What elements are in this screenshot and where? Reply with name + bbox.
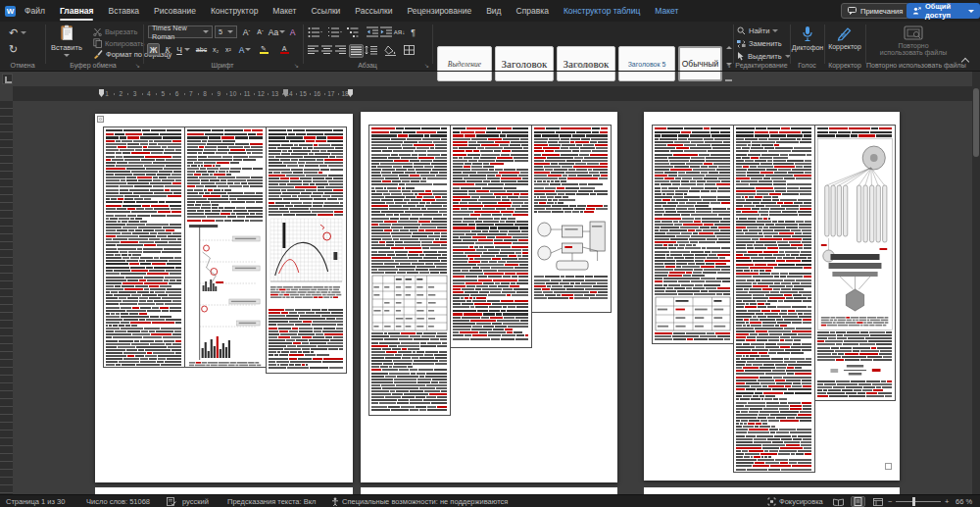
strikethrough-button[interactable]: abc [194,43,209,56]
sort-button[interactable]: АЯ↓ [392,25,407,38]
shrink-font-button[interactable]: Аˇ [254,25,267,38]
dictate-button[interactable]: Диктофон [792,25,823,51]
text-predictions[interactable]: Предсказания текста: Вкл [227,495,316,507]
indent-marker[interactable] [99,89,104,97]
reuse-files-button[interactable]: Повторно использовать файлы [872,25,955,56]
replace-button[interactable]: Заменить [737,39,782,48]
find-label: Найти [749,26,769,35]
font-dialog-launcher[interactable]: ↘ [294,62,299,69]
font-name-box[interactable]: Times New Roman [148,25,213,38]
bullets-button[interactable] [308,26,322,38]
table-move-handle[interactable] [97,116,104,123]
find-button[interactable]: Найти [737,26,778,35]
focus-mode[interactable]: Фокусировка [767,495,823,507]
borders-button[interactable] [404,45,416,56]
document-page-next-row-2[interactable] [361,487,617,494]
word-app-icon[interactable]: W [5,6,16,17]
superscript-button[interactable]: x² [222,43,234,56]
paragraph-dialog-launcher[interactable]: ↘ [424,62,429,69]
page-indicator[interactable]: Страница 1 из 30 [6,495,65,507]
select-button[interactable]: Выделить [737,52,791,61]
align-left-button[interactable] [308,45,318,55]
proofing-status[interactable] [167,495,176,507]
line-spacing-button[interactable] [365,45,377,55]
comments-button[interactable]: Примечания [841,3,909,19]
text-effects-button[interactable]: А [238,43,252,56]
highlight-color-button[interactable]: ✎ [255,43,272,56]
zoom-out-button[interactable]: − [888,495,892,507]
editor-button[interactable]: Корректор [826,25,863,50]
word-count[interactable]: Число слов: 51068 [86,495,150,507]
cut-button[interactable]: Вырезать [93,27,137,36]
align-center-button[interactable] [321,45,332,55]
tab-Макет[interactable]: Макет [272,0,296,22]
font-size-value: 5 [219,27,222,36]
vertical-ruler[interactable] [0,101,13,494]
language-indicator[interactable]: русский [182,495,209,507]
tab-Файл[interactable]: Файл [24,0,45,22]
clear-formatting-button[interactable]: А [286,25,299,38]
copy-button[interactable]: Копировать [93,38,144,48]
scrollbar-thumb[interactable] [973,88,979,157]
tab-Конструктор таблиц-contextual[interactable]: Конструктор таблиц [564,0,640,22]
table-resize-handle[interactable] [885,463,892,470]
tab-Рассылки[interactable]: Рассылки [355,0,392,22]
replace-icon [737,39,746,48]
web-layout-button[interactable] [871,497,884,506]
decrease-indent-button[interactable] [367,26,378,37]
clipboard-dialog-launcher[interactable]: ↘ [135,62,140,69]
font-color-button[interactable]: А [275,43,293,56]
document-page-2[interactable] [361,112,617,482]
document-page-next-row-3[interactable] [644,487,900,494]
tab-Справка[interactable]: Справка [516,0,549,22]
ruler-number: 10 [229,90,236,97]
zoom-in-button[interactable]: + [945,495,949,507]
increase-indent-button[interactable] [380,26,392,37]
grow-font-button[interactable]: Аˆ [240,25,253,38]
multilevel-list-button[interactable] [347,26,362,38]
shading-button[interactable] [384,45,397,56]
document-page-3[interactable] [644,112,900,481]
ruler-tick [338,93,339,95]
numbering-button[interactable] [327,26,342,38]
tab-Макет-contextual[interactable]: Макет [655,0,678,22]
horizontal-ruler[interactable]: 123456789101112131415161718 [13,86,972,101]
tab-Вставка[interactable]: Вставка [108,0,139,22]
justify-button[interactable] [349,44,364,58]
undo-button[interactable]: ↶ [9,26,26,39]
subscript-button[interactable]: x₂ [210,43,221,56]
styles-dialog-launcher[interactable]: ↘ [726,62,731,69]
italic-button[interactable]: К [162,43,173,56]
tab-Рецензирование[interactable]: Рецензирование [408,0,472,22]
vertical-scrollbar[interactable] [972,72,980,494]
tab-Конструктор[interactable]: Конструктор [211,0,258,22]
share-button[interactable]: Общий доступ [906,3,980,19]
format-painter-button[interactable]: Формат по образцу [93,49,172,59]
paste-button[interactable]: Вставить [49,25,84,57]
tab-Вид[interactable]: Вид [486,0,501,22]
bold-button[interactable]: Ж [147,43,160,56]
accessibility-status[interactable]: Специальные возможности: не поддерживают… [331,495,508,507]
focus-text: Фокусировка [779,497,823,506]
document-page-1[interactable] [95,114,353,482]
tab-Рисование[interactable]: Рисование [154,0,196,22]
show-marks-button[interactable]: ¶ [408,25,418,38]
align-right-button[interactable] [335,45,346,55]
collapse-ribbon-button[interactable] [962,59,968,65]
zoom-slider[interactable] [896,501,941,502]
change-case-button[interactable]: Аа [269,25,285,38]
text-column-2 [450,125,532,348]
zoom-slider-thumb[interactable] [912,497,915,506]
print-layout-button[interactable] [852,497,864,506]
read-mode-button[interactable] [832,497,845,506]
ruler-tick [324,93,325,95]
tab-Ссылки[interactable]: Ссылки [311,0,340,22]
underline-button[interactable]: Ч [174,43,192,56]
document-page-next-row-1[interactable] [95,487,353,494]
redo-button[interactable]: ↻ [9,43,18,56]
zoom-level[interactable]: 66 % [956,495,972,507]
tab-selector[interactable] [2,74,13,84]
font-size-box[interactable]: 5 [215,25,237,38]
tab-Главная[interactable]: Главная [60,0,94,22]
right-indent-marker[interactable] [348,89,353,97]
